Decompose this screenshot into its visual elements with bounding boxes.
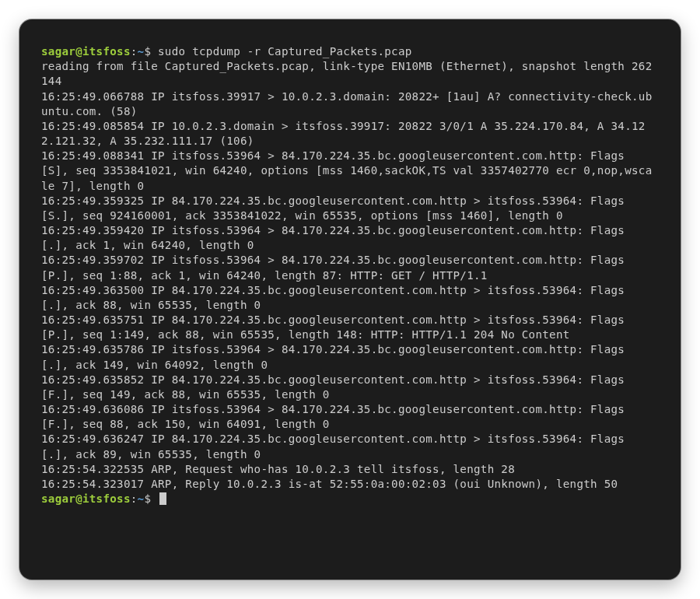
prompt-separator: : (131, 45, 138, 58)
cursor-icon (159, 492, 166, 505)
terminal-window: sagar@itsfoss:~$ sudo tcpdump -r Capture… (19, 19, 681, 580)
prompt-separator-2: : (131, 492, 138, 505)
prompt-symbol: $ (144, 45, 151, 58)
prompt-user-host: sagar@itsfoss (41, 45, 131, 58)
prompt-symbol-2: $ (144, 492, 151, 505)
command-input: sudo tcpdump -r Captured_Packets.pcap (158, 45, 412, 58)
terminal-content[interactable]: sagar@itsfoss:~$ sudo tcpdump -r Capture… (41, 44, 659, 506)
terminal-output: reading from file Captured_Packets.pcap,… (41, 60, 652, 490)
prompt-user-host-2: sagar@itsfoss (41, 492, 131, 505)
